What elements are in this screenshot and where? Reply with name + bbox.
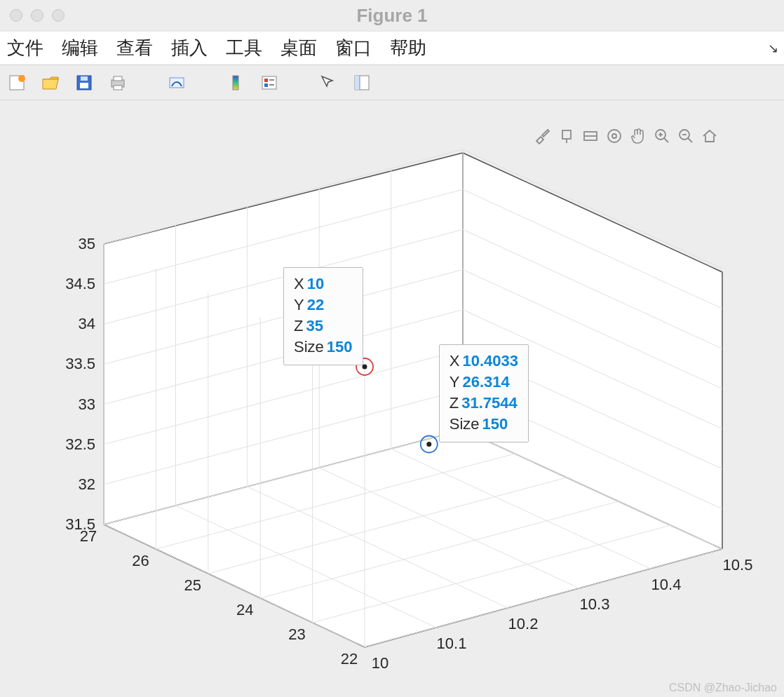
datatip-size-label: Size	[450, 415, 480, 433]
menu-bar: 文件 编辑 查看 插入 工具 桌面 窗口 帮助 ↘	[0, 32, 784, 65]
datatip-x-label: X	[450, 352, 460, 370]
figure-toolbar	[0, 65, 784, 100]
svg-text:25: 25	[184, 576, 201, 594]
svg-text:35: 35	[79, 235, 95, 252]
svg-rect-6	[114, 76, 122, 81]
menu-view[interactable]: 查看	[116, 36, 153, 60]
menu-edit[interactable]: 编辑	[62, 36, 98, 60]
datatip-x-value: 10	[307, 275, 324, 292]
svg-text:10: 10	[372, 654, 388, 672]
datatip-y-label: Y	[450, 373, 460, 391]
new-figure-icon[interactable]	[7, 73, 27, 93]
svg-text:33: 33	[79, 395, 95, 413]
datatip-y-label: Y	[294, 296, 304, 313]
svg-text:32.5: 32.5	[65, 435, 95, 453]
menu-desktop[interactable]: 桌面	[281, 36, 317, 60]
colorbar-icon[interactable]	[226, 73, 245, 93]
print-icon[interactable]	[108, 73, 128, 93]
menu-tools[interactable]: 工具	[226, 36, 262, 60]
svg-text:10.1: 10.1	[437, 635, 467, 652]
svg-rect-13	[264, 83, 268, 87]
legend-icon[interactable]	[259, 73, 279, 93]
datatip-z-label: Z	[450, 394, 459, 412]
svg-rect-3	[80, 83, 88, 88]
svg-rect-4	[81, 76, 88, 81]
datatip-size-label: Size	[294, 338, 324, 356]
svg-text:23: 23	[288, 625, 305, 643]
axes-3d[interactable]: 31.53232.53333.53434.535 222324252627 10…	[0, 100, 784, 697]
datatip-z-label: Z	[294, 317, 303, 334]
svg-rect-12	[264, 79, 268, 82]
datatip-size-value: 150	[482, 415, 508, 433]
svg-point-84	[363, 365, 367, 370]
datatip-1[interactable]: X10 Y22 Z35 Size150	[283, 267, 363, 365]
open-icon[interactable]	[41, 73, 60, 93]
window-title: Figure 1	[0, 5, 784, 27]
menu-window[interactable]: 窗口	[335, 36, 372, 60]
menu-insert[interactable]: 插入	[171, 36, 208, 60]
menu-overflow-icon[interactable]: ↘	[768, 41, 778, 56]
watermark-text: CSDN @Zhao-Jichao	[669, 682, 777, 694]
svg-text:26: 26	[132, 552, 149, 569]
svg-text:33.5: 33.5	[65, 355, 95, 372]
datatip-x-label: X	[294, 275, 304, 292]
datatip-size-value: 150	[327, 338, 353, 356]
svg-text:10.2: 10.2	[508, 615, 539, 632]
svg-rect-11	[262, 76, 276, 89]
link-icon[interactable]	[167, 73, 187, 93]
datatip-2[interactable]: X10.4033 Y26.314 Z31.7544 Size150	[439, 344, 529, 442]
svg-point-1	[18, 75, 25, 82]
svg-text:24: 24	[236, 601, 253, 618]
svg-text:27: 27	[80, 527, 97, 545]
svg-text:34: 34	[79, 315, 95, 332]
svg-rect-15	[269, 84, 274, 86]
menu-file[interactable]: 文件	[7, 36, 43, 60]
datatip-y-value: 26.314	[462, 373, 509, 391]
svg-rect-9	[233, 76, 238, 90]
window-titlebar: Figure 1	[0, 0, 784, 32]
datatip-z-value: 31.7544	[461, 394, 518, 412]
svg-text:22: 22	[341, 650, 358, 668]
svg-text:32: 32	[79, 475, 95, 493]
datatip-z-value: 35	[306, 317, 323, 334]
datatip-y-value: 22	[307, 296, 324, 313]
svg-text:34.5: 34.5	[65, 275, 95, 292]
svg-text:10.4: 10.4	[651, 576, 682, 593]
save-icon[interactable]	[74, 73, 94, 93]
edit-plot-icon[interactable]	[318, 73, 338, 93]
svg-rect-7	[114, 86, 122, 90]
menu-help[interactable]: 帮助	[390, 36, 426, 60]
svg-point-86	[426, 442, 431, 447]
svg-rect-14	[269, 79, 274, 81]
svg-rect-17	[355, 76, 360, 90]
svg-text:10.5: 10.5	[723, 556, 753, 574]
property-inspector-icon[interactable]	[352, 73, 372, 93]
datatip-x-value: 10.4033	[462, 352, 518, 370]
svg-text:10.3: 10.3	[580, 595, 610, 613]
